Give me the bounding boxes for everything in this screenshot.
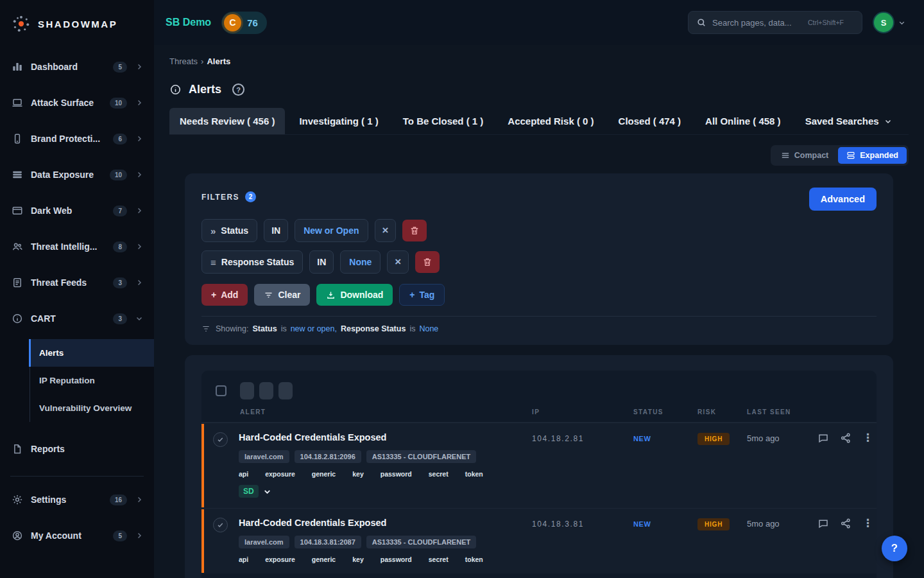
sidebar-item-brand-protection[interactable]: Brand Protecti... 6 — [0, 121, 154, 157]
asset-chip[interactable]: AS13335 - CLOUDFLARENET — [366, 536, 476, 548]
column-header-risk[interactable]: RISK — [697, 408, 747, 416]
breadcrumb-parent[interactable]: Threats — [169, 57, 198, 66]
tag[interactable]: secret — [429, 470, 449, 478]
security-score-pill[interactable]: C 76 — [221, 12, 267, 34]
summary-value[interactable]: None — [419, 324, 438, 333]
tag[interactable]: password — [381, 556, 412, 563]
sidebar-item-dark-web[interactable]: Dark Web 7 — [0, 193, 154, 229]
add-filter-button[interactable]: + Add — [201, 284, 248, 306]
sidebar-item-ip-reputation[interactable]: IP Reputation — [30, 367, 154, 394]
tab-saved-searches[interactable]: Saved Searches — [795, 108, 903, 134]
remove-filter-button[interactable]: × — [387, 250, 409, 274]
tag-button[interactable]: + Tag — [399, 284, 445, 306]
summary-label: Showing: — [216, 324, 248, 333]
tag[interactable]: token — [465, 470, 483, 478]
tag[interactable]: token — [465, 556, 483, 563]
tab-closed[interactable]: Closed ( 474 ) — [608, 108, 692, 134]
sidebar-item-my-account[interactable]: My Account 5 — [0, 518, 154, 554]
clear-filters-button[interactable]: Clear — [254, 284, 310, 306]
filter-field-button[interactable]: » Status — [201, 219, 257, 242]
tag[interactable]: key — [352, 470, 364, 478]
chevron-right-icon — [135, 206, 144, 215]
tag[interactable]: api — [239, 556, 248, 563]
comment-icon[interactable] — [817, 518, 829, 529]
row-select-checkbox[interactable] — [213, 518, 228, 532]
compact-view-button[interactable]: Compact — [773, 147, 837, 164]
column-header-ip[interactable]: IP — [532, 408, 633, 416]
filter-field-button[interactable]: ≡ Response Status — [201, 250, 303, 274]
sidebar-item-threat-feeds[interactable]: Threat Feeds 3 — [0, 265, 154, 301]
column-header-last-seen[interactable]: LAST SEEN — [747, 408, 817, 416]
chevron-right-icon — [135, 531, 144, 540]
user-menu[interactable]: S — [874, 13, 906, 32]
download-button[interactable]: Download — [316, 284, 393, 306]
sidebar-item-cart[interactable]: CART 3 — [0, 301, 154, 337]
filter-value[interactable]: None — [340, 250, 381, 274]
asset-chip[interactable]: 104.18.2.81:2096 — [295, 450, 361, 463]
asset-chip[interactable]: laravel.com — [239, 536, 289, 548]
sidebar-item-threat-intelligence[interactable]: Threat Intellig... 8 — [0, 229, 154, 265]
tag[interactable]: api — [239, 470, 248, 478]
bulk-action-button[interactable] — [259, 382, 273, 399]
share-icon[interactable] — [840, 518, 851, 529]
bulk-action-button[interactable] — [278, 382, 293, 399]
sidebar-item-dashboard[interactable]: Dashboard 5 — [0, 49, 154, 85]
tab-investigating[interactable]: Investigating ( 1 ) — [289, 108, 388, 134]
page-content: Threats › Alerts Alerts ? Needs Review (… — [154, 45, 924, 578]
help-icon[interactable]: ? — [232, 83, 244, 96]
search-input[interactable] — [712, 18, 802, 28]
tag[interactable]: key — [352, 556, 364, 563]
global-search[interactable]: Ctrl+Shift+F — [688, 11, 862, 34]
tag[interactable]: secret — [429, 556, 449, 563]
tag[interactable]: generic — [312, 470, 336, 478]
column-header-alert[interactable]: ALERT — [239, 408, 532, 416]
tab-label: Saved Searches — [805, 116, 879, 127]
risk-badge: HIGH — [697, 433, 730, 445]
chevron-right-icon — [135, 278, 144, 287]
help-fab-button[interactable]: ? — [882, 536, 907, 561]
filter-value[interactable]: New or Open — [295, 219, 368, 242]
count-badge: 5 — [113, 62, 127, 73]
filter-operator[interactable]: IN — [264, 219, 288, 242]
tag[interactable]: password — [381, 470, 412, 478]
bulk-action-button[interactable] — [240, 382, 254, 399]
row-select-checkbox[interactable] — [213, 432, 228, 447]
alert-title[interactable]: Hard-Coded Credentials Exposed — [239, 432, 532, 442]
security-score-value: 76 — [247, 17, 258, 28]
chevron-down-icon[interactable] — [262, 487, 272, 496]
expanded-view-button[interactable]: Expanded — [838, 147, 907, 164]
sidebar-item-alerts[interactable]: Alerts — [30, 339, 154, 367]
filter-operator[interactable]: IN — [309, 250, 334, 274]
asset-chip[interactable]: AS13335 - CLOUDFLARENET — [366, 450, 476, 463]
comment-icon[interactable] — [817, 432, 829, 444]
kebab-menu-icon[interactable]: ⋮ — [862, 518, 873, 529]
delete-filter-button[interactable] — [415, 251, 440, 273]
workspace-name[interactable]: SB Demo — [166, 17, 211, 28]
assignee-badge[interactable]: SD — [239, 485, 259, 498]
sidebar-item-attack-surface[interactable]: Attack Surface 10 — [0, 85, 154, 121]
sidebar-item-data-exposure[interactable]: Data Exposure 10 — [0, 157, 154, 193]
tab-needs-review[interactable]: Needs Review ( 456 ) — [169, 108, 285, 134]
tab-accepted-risk[interactable]: Accepted Risk ( 0 ) — [497, 108, 604, 134]
column-header-status[interactable]: STATUS — [633, 408, 697, 416]
filter-count-badge: 2 — [245, 191, 256, 202]
asset-chip[interactable]: laravel.com — [239, 450, 289, 463]
tag[interactable]: exposure — [265, 470, 295, 478]
summary-value[interactable]: new or open, — [291, 324, 337, 333]
advanced-filters-button[interactable]: Advanced — [809, 188, 877, 211]
asset-chip[interactable]: 104.18.3.81:2087 — [295, 536, 361, 548]
tab-all-online[interactable]: All Online ( 458 ) — [695, 108, 791, 134]
kebab-menu-icon[interactable]: ⋮ — [862, 432, 873, 444]
sidebar-item-reports[interactable]: Reports — [0, 431, 154, 467]
alert-title[interactable]: Hard-Coded Credentials Exposed — [239, 518, 532, 528]
sidebar-item-settings[interactable]: Settings 16 — [0, 482, 154, 518]
tag[interactable]: generic — [312, 556, 336, 563]
remove-filter-button[interactable]: × — [375, 219, 397, 242]
sidebar-item-vulnerability-overview[interactable]: Vulnerability Overview — [30, 394, 154, 422]
brand-logo[interactable]: SHADOWMAP — [0, 0, 154, 49]
tab-to-be-closed[interactable]: To Be Closed ( 1 ) — [393, 108, 494, 134]
select-all-checkbox[interactable] — [216, 385, 227, 396]
tag[interactable]: exposure — [265, 556, 295, 563]
share-icon[interactable] — [840, 432, 851, 444]
delete-filter-button[interactable] — [402, 220, 427, 241]
